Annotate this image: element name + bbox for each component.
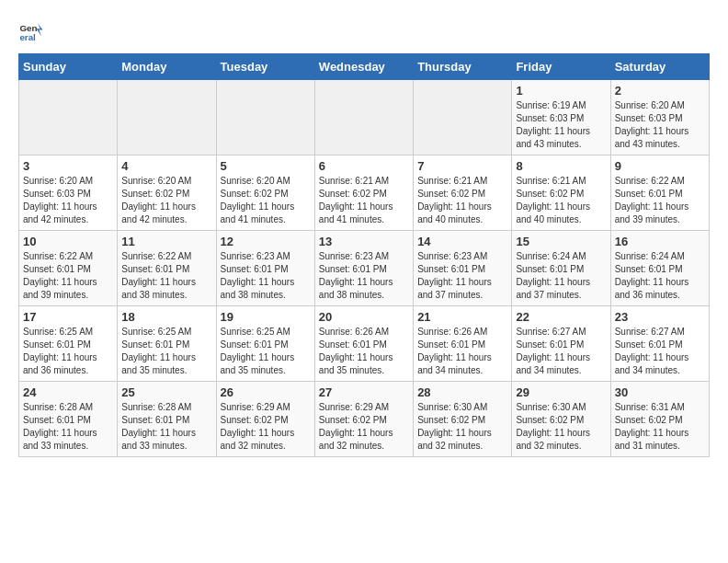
day-number: 25 — [121, 385, 211, 399]
day-info: Sunrise: 6:20 AM Sunset: 6:03 PM Dayligh… — [615, 99, 705, 151]
day-info: Sunrise: 6:21 AM Sunset: 6:02 PM Dayligh… — [319, 175, 409, 226]
calendar-cell — [314, 80, 413, 155]
day-info: Sunrise: 6:20 AM Sunset: 6:02 PM Dayligh… — [121, 175, 211, 226]
day-info: Sunrise: 6:28 AM Sunset: 6:01 PM Dayligh… — [121, 401, 211, 453]
day-info: Sunrise: 6:25 AM Sunset: 6:01 PM Dayligh… — [121, 326, 211, 377]
day-number: 13 — [319, 235, 409, 248]
calendar-cell: 3Sunrise: 6:20 AM Sunset: 6:03 PM Daylig… — [19, 155, 118, 231]
calendar-cell: 29Sunrise: 6:30 AM Sunset: 6:02 PM Dayli… — [512, 382, 610, 457]
calendar-cell: 19Sunrise: 6:25 AM Sunset: 6:01 PM Dayli… — [216, 306, 314, 382]
day-number: 24 — [23, 385, 113, 399]
day-info: Sunrise: 6:23 AM Sunset: 6:01 PM Dayligh… — [319, 250, 409, 302]
calendar-cell: 21Sunrise: 6:26 AM Sunset: 6:01 PM Dayli… — [414, 306, 512, 382]
day-number: 6 — [319, 159, 409, 173]
day-info: Sunrise: 6:30 AM Sunset: 6:02 PM Dayligh… — [417, 401, 507, 453]
day-number: 10 — [23, 235, 113, 248]
day-info: Sunrise: 6:28 AM Sunset: 6:01 PM Dayligh… — [23, 401, 113, 453]
calendar-cell: 10Sunrise: 6:22 AM Sunset: 6:01 PM Dayli… — [19, 231, 118, 306]
day-info: Sunrise: 6:30 AM Sunset: 6:02 PM Dayligh… — [516, 401, 606, 453]
day-number: 8 — [516, 159, 606, 173]
calendar-cell: 14Sunrise: 6:23 AM Sunset: 6:01 PM Dayli… — [414, 231, 512, 306]
day-info: Sunrise: 6:20 AM Sunset: 6:03 PM Dayligh… — [23, 175, 113, 226]
day-info: Sunrise: 6:27 AM Sunset: 6:01 PM Dayligh… — [516, 326, 606, 377]
day-info: Sunrise: 6:22 AM Sunset: 6:01 PM Dayligh… — [121, 250, 211, 302]
calendar-cell: 28Sunrise: 6:30 AM Sunset: 6:02 PM Dayli… — [414, 382, 512, 457]
calendar-cell: 12Sunrise: 6:23 AM Sunset: 6:01 PM Dayli… — [216, 231, 314, 306]
calendar-cell: 26Sunrise: 6:29 AM Sunset: 6:02 PM Dayli… — [216, 382, 314, 457]
day-number: 1 — [516, 84, 606, 98]
day-info: Sunrise: 6:20 AM Sunset: 6:02 PM Dayligh… — [221, 175, 311, 226]
day-info: Sunrise: 6:24 AM Sunset: 6:01 PM Dayligh… — [615, 250, 705, 302]
day-info: Sunrise: 6:21 AM Sunset: 6:02 PM Dayligh… — [516, 175, 606, 226]
day-info: Sunrise: 6:29 AM Sunset: 6:02 PM Dayligh… — [319, 401, 409, 453]
day-number: 26 — [221, 385, 311, 399]
calendar-cell: 7Sunrise: 6:21 AM Sunset: 6:02 PM Daylig… — [414, 155, 512, 231]
day-info: Sunrise: 6:22 AM Sunset: 6:01 PM Dayligh… — [23, 250, 113, 302]
calendar-cell: 4Sunrise: 6:20 AM Sunset: 6:02 PM Daylig… — [118, 155, 216, 231]
calendar-cell: 23Sunrise: 6:27 AM Sunset: 6:01 PM Dayli… — [610, 306, 709, 382]
week-row-4: 17Sunrise: 6:25 AM Sunset: 6:01 PM Dayli… — [19, 306, 710, 382]
calendar-header-row: SundayMondayTuesdayWednesdayThursdayFrid… — [19, 54, 710, 80]
day-header-monday: Monday — [118, 54, 216, 80]
day-info: Sunrise: 6:23 AM Sunset: 6:01 PM Dayligh… — [417, 250, 507, 302]
day-number: 19 — [221, 310, 311, 324]
calendar-cell: 25Sunrise: 6:28 AM Sunset: 6:01 PM Dayli… — [118, 382, 216, 457]
day-number: 21 — [417, 310, 507, 324]
day-info: Sunrise: 6:31 AM Sunset: 6:02 PM Dayligh… — [615, 401, 705, 453]
day-info: Sunrise: 6:26 AM Sunset: 6:01 PM Dayligh… — [417, 326, 507, 377]
calendar-cell: 30Sunrise: 6:31 AM Sunset: 6:02 PM Dayli… — [610, 382, 709, 457]
day-number: 2 — [615, 84, 705, 98]
calendar-cell — [118, 80, 216, 155]
day-number: 14 — [417, 235, 507, 248]
week-row-1: 1Sunrise: 6:19 AM Sunset: 6:03 PM Daylig… — [19, 80, 710, 155]
calendar-cell: 22Sunrise: 6:27 AM Sunset: 6:01 PM Dayli… — [512, 306, 610, 382]
day-number: 12 — [221, 235, 311, 248]
day-number: 22 — [516, 310, 606, 324]
svg-marker-2 — [37, 24, 43, 37]
day-number: 7 — [417, 159, 507, 173]
day-header-thursday: Thursday — [414, 54, 512, 80]
calendar-cell: 20Sunrise: 6:26 AM Sunset: 6:01 PM Dayli… — [314, 306, 413, 382]
calendar-cell — [216, 80, 314, 155]
day-info: Sunrise: 6:24 AM Sunset: 6:01 PM Dayligh… — [516, 250, 606, 302]
day-header-wednesday: Wednesday — [314, 54, 413, 80]
day-info: Sunrise: 6:19 AM Sunset: 6:03 PM Dayligh… — [516, 99, 606, 151]
logo: Gen eral — [18, 18, 48, 44]
day-number: 4 — [121, 159, 211, 173]
day-number: 15 — [516, 235, 606, 248]
day-number: 23 — [615, 310, 705, 324]
day-number: 20 — [319, 310, 409, 324]
day-header-friday: Friday — [512, 54, 610, 80]
day-number: 9 — [615, 159, 705, 173]
day-number: 11 — [121, 235, 211, 248]
day-number: 5 — [221, 159, 311, 173]
calendar-cell: 11Sunrise: 6:22 AM Sunset: 6:01 PM Dayli… — [118, 231, 216, 306]
calendar-cell: 13Sunrise: 6:23 AM Sunset: 6:01 PM Dayli… — [314, 231, 413, 306]
calendar-cell: 27Sunrise: 6:29 AM Sunset: 6:02 PM Dayli… — [314, 382, 413, 457]
calendar-cell: 8Sunrise: 6:21 AM Sunset: 6:02 PM Daylig… — [512, 155, 610, 231]
calendar-cell: 24Sunrise: 6:28 AM Sunset: 6:01 PM Dayli… — [19, 382, 118, 457]
calendar-cell: 15Sunrise: 6:24 AM Sunset: 6:01 PM Dayli… — [512, 231, 610, 306]
page-header: Gen eral — [18, 18, 710, 44]
week-row-3: 10Sunrise: 6:22 AM Sunset: 6:01 PM Dayli… — [19, 231, 710, 306]
day-info: Sunrise: 6:23 AM Sunset: 6:01 PM Dayligh… — [221, 250, 311, 302]
calendar-cell: 6Sunrise: 6:21 AM Sunset: 6:02 PM Daylig… — [314, 155, 413, 231]
calendar-table: SundayMondayTuesdayWednesdayThursdayFrid… — [18, 53, 710, 457]
calendar-cell: 17Sunrise: 6:25 AM Sunset: 6:01 PM Dayli… — [19, 306, 118, 382]
logo-icon: Gen eral — [18, 18, 44, 44]
calendar-cell: 2Sunrise: 6:20 AM Sunset: 6:03 PM Daylig… — [610, 80, 709, 155]
calendar-cell: 18Sunrise: 6:25 AM Sunset: 6:01 PM Dayli… — [118, 306, 216, 382]
calendar-cell: 9Sunrise: 6:22 AM Sunset: 6:01 PM Daylig… — [610, 155, 709, 231]
day-header-tuesday: Tuesday — [216, 54, 314, 80]
calendar-cell: 1Sunrise: 6:19 AM Sunset: 6:03 PM Daylig… — [512, 80, 610, 155]
week-row-5: 24Sunrise: 6:28 AM Sunset: 6:01 PM Dayli… — [19, 382, 710, 457]
calendar-cell — [414, 80, 512, 155]
day-info: Sunrise: 6:25 AM Sunset: 6:01 PM Dayligh… — [23, 326, 113, 377]
day-number: 28 — [417, 385, 507, 399]
calendar-cell — [19, 80, 118, 155]
day-number: 17 — [23, 310, 113, 324]
day-info: Sunrise: 6:27 AM Sunset: 6:01 PM Dayligh… — [615, 326, 705, 377]
day-header-saturday: Saturday — [610, 54, 709, 80]
day-number: 29 — [516, 385, 606, 399]
day-info: Sunrise: 6:26 AM Sunset: 6:01 PM Dayligh… — [319, 326, 409, 377]
